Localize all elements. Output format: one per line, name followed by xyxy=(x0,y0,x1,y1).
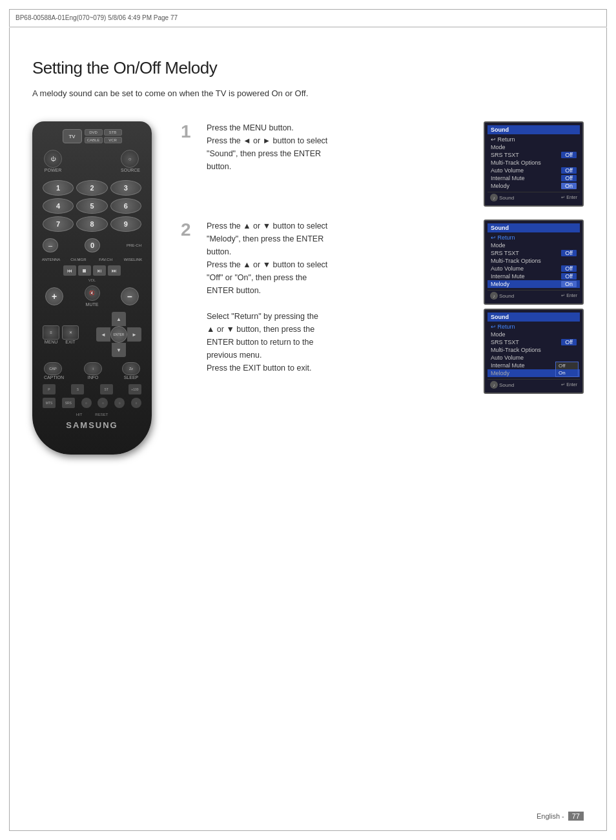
step-1-number: 1 xyxy=(181,123,196,141)
transport-row: ⏮ ⏹ ⏯ ⏭ xyxy=(39,265,145,276)
power-button[interactable]: ⏻ xyxy=(44,150,62,168)
screen1-melody-value: On xyxy=(561,183,577,189)
mts-button[interactable]: MTS xyxy=(43,398,56,408)
screen1-melody-row: Melody On xyxy=(488,182,580,190)
screen1-multitrack-row: Multi-Track Options xyxy=(488,159,580,167)
circle1-button[interactable]: ○ xyxy=(81,398,92,408)
exit-label: EXIT xyxy=(62,340,79,344)
enter-button[interactable]: ENTER xyxy=(110,326,127,343)
cable-button[interactable]: CABLE xyxy=(85,137,103,143)
source-button[interactable]: ○ xyxy=(121,150,139,168)
vol-plus-button[interactable]: + xyxy=(45,287,63,305)
speaker-icon-1: ♪ xyxy=(490,194,498,201)
sleep-label: SLEEP xyxy=(122,375,140,380)
num-6-button[interactable]: 6 xyxy=(110,198,141,214)
screen1-autovol-value: Off xyxy=(561,167,577,174)
step-2-number: 2 xyxy=(181,221,196,239)
screen3-srs-label: SRS TSXT xyxy=(491,339,519,345)
screen1-footer: ♪ Sound ↵ Enter xyxy=(488,192,580,203)
pmode-button[interactable]: P xyxy=(43,384,56,394)
vol-minus-button[interactable]: – xyxy=(121,287,139,305)
smode-button[interactable]: S xyxy=(71,384,84,394)
caption-button[interactable]: CAP xyxy=(44,362,62,375)
tv-button[interactable]: TV xyxy=(63,129,82,143)
screen3-footer-text: Sound xyxy=(499,382,514,388)
num-4-button[interactable]: 4 xyxy=(43,198,74,214)
step-1-screens: Sound ↩ Return Mode SRS TSXT Off xyxy=(484,121,584,207)
source-label: SOURCE xyxy=(121,168,140,172)
dvd-stb-row: DVD STB xyxy=(85,129,122,136)
num-1-button[interactable]: 1 xyxy=(43,180,74,196)
zero-row: – 0 PRE-CH xyxy=(39,237,145,254)
screen2-multitrack-label: Multi-Track Options xyxy=(491,258,541,264)
vcr-button[interactable]: VCR xyxy=(104,137,122,143)
rew-button[interactable]: ⏮ xyxy=(63,265,76,276)
screen2-melody-label: Melody xyxy=(491,281,509,287)
circle2-button[interactable]: ○ xyxy=(98,398,108,408)
tv-screen-1: Sound ↩ Return Mode SRS TSXT Off xyxy=(484,121,584,207)
num-8-button[interactable]: 8 xyxy=(76,216,107,232)
power-label: POWER xyxy=(44,168,62,172)
screen3-srs-row: SRS TSXT Off xyxy=(488,338,580,346)
popup-off-option: Off xyxy=(556,362,578,369)
screen1-return-label: ↩ Return xyxy=(491,136,515,143)
prech-label: PRE-CH xyxy=(127,243,141,247)
stb-button[interactable]: STB xyxy=(104,129,122,136)
srs-button[interactable]: SRS xyxy=(62,398,75,408)
play-pause-button[interactable]: ⏯ xyxy=(93,265,106,276)
plus100-button[interactable]: +100 xyxy=(128,384,141,394)
info-button[interactable]: i xyxy=(84,362,102,375)
circle3-button[interactable]: ○ xyxy=(114,398,125,408)
menu-button[interactable]: ≡ xyxy=(43,325,59,340)
screen1-footer-label: ♪ Sound xyxy=(490,194,514,201)
mute-button[interactable]: 🔇 xyxy=(85,285,100,301)
dvd-button[interactable]: DVD xyxy=(85,129,103,136)
screen1-srs-value: Off xyxy=(561,152,577,158)
power-source-row: ⏻ POWER ○ SOURCE xyxy=(39,147,145,175)
step-2-screens: Sound ↩ Return Mode SRS TSXT Off xyxy=(484,220,584,394)
circle4-button[interactable]: ○ xyxy=(131,398,141,408)
screen1-footer-text: Sound xyxy=(499,195,514,201)
screen1-title-text: Sound xyxy=(491,127,509,133)
page-footer: English - 77 xyxy=(537,812,584,821)
favch-label: FAV.CH xyxy=(96,258,116,261)
speaker-icon-3: ♪ xyxy=(490,381,498,389)
num-9-button[interactable]: 9 xyxy=(110,216,141,232)
screen3-title: Sound xyxy=(488,312,580,322)
dpad-right-button[interactable]: ► xyxy=(127,327,141,342)
still-button[interactable]: ST xyxy=(100,384,113,394)
tv-screen-3: Sound ↩ Return Mode SRS TSXT Off xyxy=(484,309,584,394)
caption-label: CAPTION xyxy=(44,375,64,380)
zero-button[interactable]: 0 xyxy=(85,238,100,252)
screen1-return-row: ↩ Return xyxy=(488,136,580,143)
remote-control: TV DVD STB CABLE VCR xyxy=(32,121,152,455)
screen1-srs-row: SRS TSXT Off xyxy=(488,151,580,159)
num-2-button[interactable]: 2 xyxy=(76,180,107,196)
screen2-srs-value: Off xyxy=(561,250,577,256)
reset-label: RESET xyxy=(95,413,108,416)
step-2-content: Press the ▲ or ▼ button to select "Melod… xyxy=(207,220,473,374)
screen3-autovol-row: Auto Volume xyxy=(488,354,580,362)
vdl-label: VDL xyxy=(88,278,96,282)
screen3-mode-label: Mode xyxy=(491,331,506,338)
dash-button[interactable]: – xyxy=(43,238,58,252)
page-header: BP68-00588A-01Eng(070~079) 5/8/06 4:49 P… xyxy=(9,9,607,27)
antenna-row: ANTENNA CH.MGR FAV.CH WISELINK xyxy=(39,256,145,263)
screen2-footer-text: Sound xyxy=(499,293,514,299)
num-5-button[interactable]: 5 xyxy=(76,198,107,214)
dpad-up-button[interactable]: ▲ xyxy=(112,312,126,326)
screen1-melody-label: Melody xyxy=(491,183,509,189)
sleep-button[interactable]: Zz xyxy=(122,362,140,375)
num-3-button[interactable]: 3 xyxy=(110,180,141,196)
screen2-mode-label: Mode xyxy=(491,242,506,249)
screen2-return-label: ↩ Return xyxy=(491,234,515,241)
num-7-button[interactable]: 7 xyxy=(43,216,74,232)
ff-button[interactable]: ⏭ xyxy=(108,265,121,276)
dpad-left-button[interactable]: ◄ xyxy=(96,327,110,342)
steps-container: 1 Press the MENU button. Press the ◄ or … xyxy=(181,121,584,455)
exit-button[interactable]: ✕ xyxy=(62,325,79,340)
dpad-down-button[interactable]: ▼ xyxy=(112,343,126,357)
screen1-srs-label: SRS TSXT xyxy=(491,152,519,158)
stop-button[interactable]: ⏹ xyxy=(78,265,91,276)
step-1-text: Press the MENU button. Press the ◄ or ► … xyxy=(207,121,473,173)
